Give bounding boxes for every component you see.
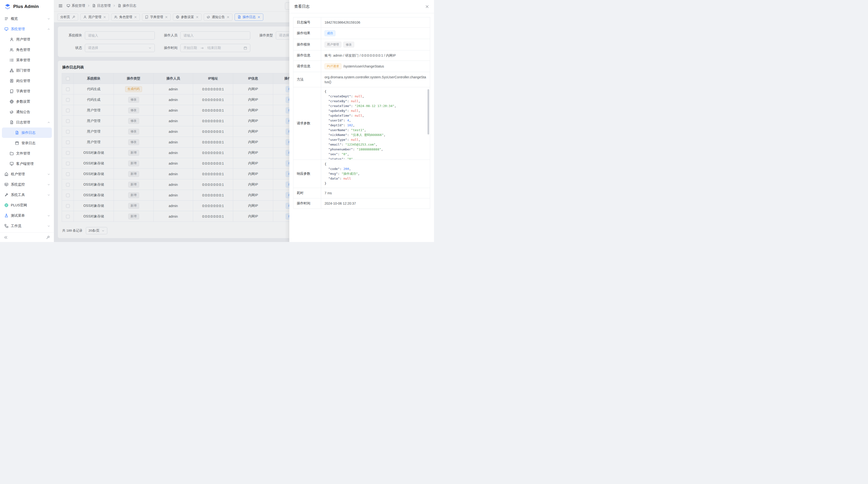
- sidebar-item-tenant[interactable]: 租户管理: [0, 169, 54, 179]
- sidebar-item-sys-tools[interactable]: 系统工具: [0, 190, 54, 200]
- cell-ip-info: 内网IP: [233, 105, 273, 116]
- close-tab-icon[interactable]: [165, 16, 168, 19]
- filter-label: 操作时间: [161, 46, 178, 50]
- sidebar-item-workflow[interactable]: 工作流: [0, 221, 54, 231]
- users-icon: [114, 15, 118, 19]
- cell-ip: 0:0:0:0:0:0:0:1: [193, 95, 233, 105]
- sidebar-item-loginlog[interactable]: 登录日志: [0, 138, 54, 148]
- megaphone-icon: [10, 110, 14, 114]
- sidebar-item-overview[interactable]: 概览: [0, 13, 54, 24]
- chevron-down-icon: [148, 46, 152, 50]
- sidebar-item-dept[interactable]: 部门管理: [0, 65, 54, 76]
- breadcrumb-item[interactable]: 日志管理: [92, 4, 111, 8]
- json-code[interactable]: { "code": 200, "msg": "操作成功", "data": nu…: [321, 160, 430, 188]
- cell-ip-info: 内网IP: [233, 169, 273, 179]
- cell-ip-info: 内网IP: [233, 179, 273, 190]
- chevron-up-icon: [47, 28, 51, 31]
- close-icon[interactable]: [425, 5, 429, 9]
- chevron-down-icon: [47, 193, 51, 197]
- app-title: Plus Admin: [13, 4, 39, 9]
- row-checkbox[interactable]: [66, 88, 70, 91]
- row-checkbox[interactable]: [66, 109, 70, 112]
- sidebar-item-test-menu[interactable]: 测试菜单: [0, 211, 54, 221]
- detail-row: 操作时间2024-10-06 12:20:37: [293, 198, 430, 208]
- scrollbar[interactable]: [428, 89, 429, 134]
- sidebar-item-notice[interactable]: 通知公告: [0, 107, 54, 117]
- row-checkbox[interactable]: [66, 151, 70, 155]
- system-module-input[interactable]: [85, 31, 155, 39]
- status-select[interactable]: 请选择: [85, 44, 155, 52]
- detail-row: 耗时7 ms: [293, 188, 430, 198]
- operator-input[interactable]: [180, 31, 250, 39]
- globe-icon: [4, 203, 8, 207]
- sidebar-item-file[interactable]: 文件管理: [0, 148, 54, 159]
- column-header: IP地址: [193, 73, 233, 84]
- menu-toggle-icon[interactable]: [58, 4, 63, 8]
- cell-module: OSS对象存储: [74, 158, 114, 169]
- sidebar-item-plus-site[interactable]: PLUS官网: [0, 200, 54, 211]
- close-tab-icon[interactable]: [257, 16, 260, 19]
- select-all-checkbox[interactable]: [66, 77, 70, 80]
- sidebar-item-sys-monitor[interactable]: 系统监控: [0, 179, 54, 190]
- view-log-drawer: 查看日志 日志编号1842781986426159106操作结果成功操作模块用户…: [289, 0, 434, 242]
- row-checkbox[interactable]: [66, 215, 70, 218]
- sidebar-item-config[interactable]: 参数设置: [0, 96, 54, 107]
- field-label: 耗时: [293, 188, 321, 198]
- row-checkbox[interactable]: [66, 130, 70, 133]
- cell-operator: admin: [154, 95, 193, 105]
- cell-operator: admin: [154, 190, 193, 200]
- pin-icon[interactable]: [72, 15, 75, 19]
- tab-analysis[interactable]: 分析页: [57, 13, 78, 21]
- close-tab-icon[interactable]: [227, 16, 229, 19]
- cell-action: 修改: [114, 126, 154, 137]
- tab-user[interactable]: 用户管理: [80, 13, 109, 21]
- row-checkbox[interactable]: [66, 162, 70, 165]
- row-checkbox[interactable]: [66, 172, 70, 176]
- sidebar-item-role[interactable]: 角色管理: [0, 44, 54, 55]
- sidebar-item-dict[interactable]: 字典管理: [0, 86, 54, 96]
- table-row: OSS对象存储新增admin0:0:0:0:0:0:0:1内网IP成功: [62, 190, 309, 200]
- tab-operlog[interactable]: 操作日志: [235, 13, 263, 21]
- home-icon: [4, 172, 8, 176]
- sidebar-item-label: 用户管理: [16, 37, 51, 42]
- tab-notice[interactable]: 通知公告: [204, 13, 232, 21]
- cell-module: OSS对象存储: [74, 169, 114, 179]
- row-checkbox[interactable]: [66, 204, 70, 208]
- cell-module: 用户管理: [74, 116, 114, 126]
- row-checkbox[interactable]: [66, 183, 70, 187]
- breadcrumb-item[interactable]: 系统管理: [66, 4, 85, 8]
- sidebar-item-system[interactable]: 系统管理: [0, 24, 54, 34]
- row-checkbox[interactable]: [66, 98, 70, 102]
- sidebar-item-log[interactable]: 日志管理: [0, 117, 54, 128]
- row-checkbox[interactable]: [66, 140, 70, 144]
- json-code[interactable]: { "createDept": null, "createBy": null, …: [321, 87, 430, 160]
- field-label: 操作时间: [293, 198, 321, 208]
- close-tab-icon[interactable]: [196, 16, 199, 19]
- tab-dict[interactable]: 字典管理: [142, 13, 171, 21]
- page-size-select[interactable]: 20条/页: [86, 227, 107, 234]
- tag: 成功: [324, 30, 335, 36]
- breadcrumb-item[interactable]: 操作日志: [118, 4, 136, 8]
- app-logo: Plus Admin: [0, 0, 54, 13]
- cell-ip: 0:0:0:0:0:0:0:1: [193, 169, 233, 179]
- close-tab-icon[interactable]: [103, 16, 106, 19]
- pin-sidebar-icon[interactable]: [46, 235, 50, 239]
- sidebar-item-post[interactable]: 岗位管理: [0, 76, 54, 86]
- tab-role[interactable]: 角色管理: [111, 13, 140, 21]
- operation-time-range[interactable]: 开始日期 结束日期: [180, 44, 250, 52]
- cell-operator: admin: [154, 169, 193, 179]
- sidebar-item-user[interactable]: 用户管理: [0, 34, 54, 44]
- tab-config[interactable]: 参数设置: [173, 13, 202, 21]
- sidebar-item-client[interactable]: 客户端管理: [0, 159, 54, 169]
- action-tag: 修改: [128, 97, 139, 103]
- cell-action: 修改: [114, 116, 154, 126]
- chevron-right-icon: [87, 4, 90, 7]
- close-tab-icon[interactable]: [134, 16, 137, 19]
- sidebar-item-menu[interactable]: 菜单管理: [0, 55, 54, 65]
- row-checkbox[interactable]: [66, 194, 70, 197]
- cell-ip-info: 内网IP: [233, 95, 273, 105]
- cell-ip: 0:0:0:0:0:0:0:1: [193, 116, 233, 126]
- sidebar-item-operlog[interactable]: 操作日志: [2, 128, 52, 138]
- collapse-sidebar-icon[interactable]: [4, 235, 8, 239]
- row-checkbox[interactable]: [66, 119, 70, 123]
